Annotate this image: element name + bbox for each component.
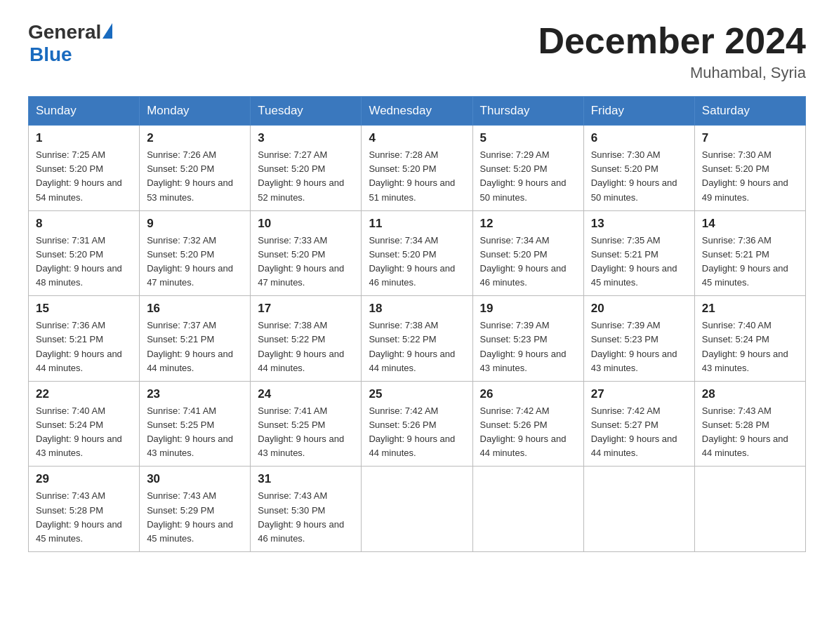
- day-number: 10: [258, 217, 354, 231]
- day-number: 15: [36, 302, 132, 316]
- day-number: 30: [147, 472, 243, 486]
- day-number: 22: [36, 387, 132, 401]
- month-year-title: December 2024: [538, 21, 806, 61]
- calendar-cell: [472, 467, 583, 552]
- location-subtitle: Muhambal, Syria: [538, 64, 806, 82]
- day-number: 23: [147, 387, 243, 401]
- day-info: Sunrise: 7:38 AMSunset: 5:22 PMDaylight:…: [258, 320, 344, 373]
- column-header-wednesday: Wednesday: [362, 97, 472, 126]
- day-info: Sunrise: 7:26 AMSunset: 5:20 PMDaylight:…: [147, 149, 233, 202]
- day-info: Sunrise: 7:30 AMSunset: 5:20 PMDaylight:…: [591, 149, 677, 202]
- day-number: 24: [258, 387, 354, 401]
- day-number: 4: [369, 131, 465, 145]
- calendar-header-row: SundayMondayTuesdayWednesdayThursdayFrid…: [29, 97, 806, 126]
- day-number: 25: [369, 387, 465, 401]
- calendar-cell: 14 Sunrise: 7:36 AMSunset: 5:21 PMDaylig…: [694, 210, 805, 296]
- day-number: 2: [147, 131, 243, 145]
- column-header-monday: Monday: [140, 97, 251, 126]
- calendar-cell: 23 Sunrise: 7:41 AMSunset: 5:25 PMDaylig…: [140, 381, 251, 467]
- calendar-cell: 29 Sunrise: 7:43 AMSunset: 5:28 PMDaylig…: [29, 467, 140, 552]
- day-info: Sunrise: 7:42 AMSunset: 5:27 PMDaylight:…: [591, 405, 677, 458]
- day-info: Sunrise: 7:36 AMSunset: 5:21 PMDaylight:…: [702, 235, 788, 288]
- calendar-cell: 28 Sunrise: 7:43 AMSunset: 5:28 PMDaylig…: [694, 381, 805, 467]
- calendar-week-row: 8 Sunrise: 7:31 AMSunset: 5:20 PMDayligh…: [29, 210, 806, 296]
- day-number: 17: [258, 302, 354, 316]
- day-info: Sunrise: 7:43 AMSunset: 5:28 PMDaylight:…: [36, 490, 122, 543]
- day-number: 16: [147, 302, 243, 316]
- calendar-cell: 12 Sunrise: 7:34 AMSunset: 5:20 PMDaylig…: [472, 210, 583, 296]
- day-info: Sunrise: 7:40 AMSunset: 5:24 PMDaylight:…: [36, 405, 122, 458]
- day-info: Sunrise: 7:39 AMSunset: 5:23 PMDaylight:…: [591, 320, 677, 373]
- day-info: Sunrise: 7:43 AMSunset: 5:28 PMDaylight:…: [702, 405, 788, 458]
- calendar-cell: 30 Sunrise: 7:43 AMSunset: 5:29 PMDaylig…: [140, 467, 251, 552]
- day-info: Sunrise: 7:31 AMSunset: 5:20 PMDaylight:…: [36, 235, 122, 288]
- calendar-cell: 20 Sunrise: 7:39 AMSunset: 5:23 PMDaylig…: [583, 296, 694, 382]
- calendar-cell: 8 Sunrise: 7:31 AMSunset: 5:20 PMDayligh…: [29, 210, 140, 296]
- day-number: 27: [591, 387, 687, 401]
- day-info: Sunrise: 7:41 AMSunset: 5:25 PMDaylight:…: [147, 405, 233, 458]
- day-number: 1: [36, 131, 132, 145]
- day-number: 12: [480, 217, 576, 231]
- day-number: 14: [702, 217, 798, 231]
- calendar-cell: 9 Sunrise: 7:32 AMSunset: 5:20 PMDayligh…: [140, 210, 251, 296]
- calendar-cell: 31 Sunrise: 7:43 AMSunset: 5:30 PMDaylig…: [251, 467, 362, 552]
- calendar-cell: 5 Sunrise: 7:29 AMSunset: 5:20 PMDayligh…: [472, 126, 583, 211]
- day-info: Sunrise: 7:34 AMSunset: 5:20 PMDaylight:…: [480, 235, 567, 288]
- logo: General Blue: [28, 21, 112, 66]
- day-number: 29: [36, 472, 132, 486]
- calendar-cell: 24 Sunrise: 7:41 AMSunset: 5:25 PMDaylig…: [251, 381, 362, 467]
- calendar-cell: [583, 467, 694, 552]
- day-info: Sunrise: 7:33 AMSunset: 5:20 PMDaylight:…: [258, 235, 344, 288]
- calendar-cell: 17 Sunrise: 7:38 AMSunset: 5:22 PMDaylig…: [251, 296, 362, 382]
- logo-general-text: General: [28, 21, 101, 43]
- day-info: Sunrise: 7:43 AMSunset: 5:30 PMDaylight:…: [258, 490, 344, 543]
- day-number: 13: [591, 217, 687, 231]
- calendar-title-area: December 2024 Muhambal, Syria: [538, 21, 806, 82]
- column-header-friday: Friday: [583, 97, 694, 126]
- calendar-cell: 25 Sunrise: 7:42 AMSunset: 5:26 PMDaylig…: [362, 381, 472, 467]
- column-header-tuesday: Tuesday: [251, 97, 362, 126]
- calendar-cell: [362, 467, 472, 552]
- day-info: Sunrise: 7:40 AMSunset: 5:24 PMDaylight:…: [702, 320, 788, 373]
- calendar-cell: 10 Sunrise: 7:33 AMSunset: 5:20 PMDaylig…: [251, 210, 362, 296]
- day-number: 21: [702, 302, 798, 316]
- calendar-cell: 18 Sunrise: 7:38 AMSunset: 5:22 PMDaylig…: [362, 296, 472, 382]
- day-info: Sunrise: 7:35 AMSunset: 5:21 PMDaylight:…: [591, 235, 677, 288]
- day-number: 20: [591, 302, 687, 316]
- logo-blue-text: Blue: [29, 43, 72, 65]
- calendar-week-row: 1 Sunrise: 7:25 AMSunset: 5:20 PMDayligh…: [29, 126, 806, 211]
- calendar-cell: 7 Sunrise: 7:30 AMSunset: 5:20 PMDayligh…: [694, 126, 805, 211]
- day-number: 11: [369, 217, 465, 231]
- day-number: 18: [369, 302, 465, 316]
- day-info: Sunrise: 7:42 AMSunset: 5:26 PMDaylight:…: [369, 405, 455, 458]
- calendar-cell: [694, 467, 805, 552]
- day-info: Sunrise: 7:39 AMSunset: 5:23 PMDaylight:…: [480, 320, 567, 373]
- calendar-cell: 13 Sunrise: 7:35 AMSunset: 5:21 PMDaylig…: [583, 210, 694, 296]
- day-number: 28: [702, 387, 798, 401]
- day-number: 5: [480, 131, 576, 145]
- logo-triangle-icon: [102, 23, 112, 39]
- column-header-thursday: Thursday: [472, 97, 583, 126]
- column-header-saturday: Saturday: [694, 97, 805, 126]
- day-number: 19: [480, 302, 576, 316]
- calendar-cell: 22 Sunrise: 7:40 AMSunset: 5:24 PMDaylig…: [29, 381, 140, 467]
- calendar-cell: 21 Sunrise: 7:40 AMSunset: 5:24 PMDaylig…: [694, 296, 805, 382]
- day-info: Sunrise: 7:27 AMSunset: 5:20 PMDaylight:…: [258, 149, 344, 202]
- calendar-cell: 15 Sunrise: 7:36 AMSunset: 5:21 PMDaylig…: [29, 296, 140, 382]
- day-info: Sunrise: 7:42 AMSunset: 5:26 PMDaylight:…: [480, 405, 567, 458]
- day-info: Sunrise: 7:25 AMSunset: 5:20 PMDaylight:…: [36, 149, 122, 202]
- day-info: Sunrise: 7:32 AMSunset: 5:20 PMDaylight:…: [147, 235, 233, 288]
- calendar-table: SundayMondayTuesdayWednesdayThursdayFrid…: [28, 96, 806, 552]
- day-number: 8: [36, 217, 132, 231]
- day-info: Sunrise: 7:41 AMSunset: 5:25 PMDaylight:…: [258, 405, 344, 458]
- calendar-cell: 27 Sunrise: 7:42 AMSunset: 5:27 PMDaylig…: [583, 381, 694, 467]
- day-info: Sunrise: 7:29 AMSunset: 5:20 PMDaylight:…: [480, 149, 567, 202]
- calendar-week-row: 22 Sunrise: 7:40 AMSunset: 5:24 PMDaylig…: [29, 381, 806, 467]
- calendar-week-row: 15 Sunrise: 7:36 AMSunset: 5:21 PMDaylig…: [29, 296, 806, 382]
- calendar-cell: 1 Sunrise: 7:25 AMSunset: 5:20 PMDayligh…: [29, 126, 140, 211]
- day-number: 7: [702, 131, 798, 145]
- day-number: 31: [258, 472, 354, 486]
- column-header-sunday: Sunday: [29, 97, 140, 126]
- calendar-cell: 3 Sunrise: 7:27 AMSunset: 5:20 PMDayligh…: [251, 126, 362, 211]
- calendar-cell: 4 Sunrise: 7:28 AMSunset: 5:20 PMDayligh…: [362, 126, 472, 211]
